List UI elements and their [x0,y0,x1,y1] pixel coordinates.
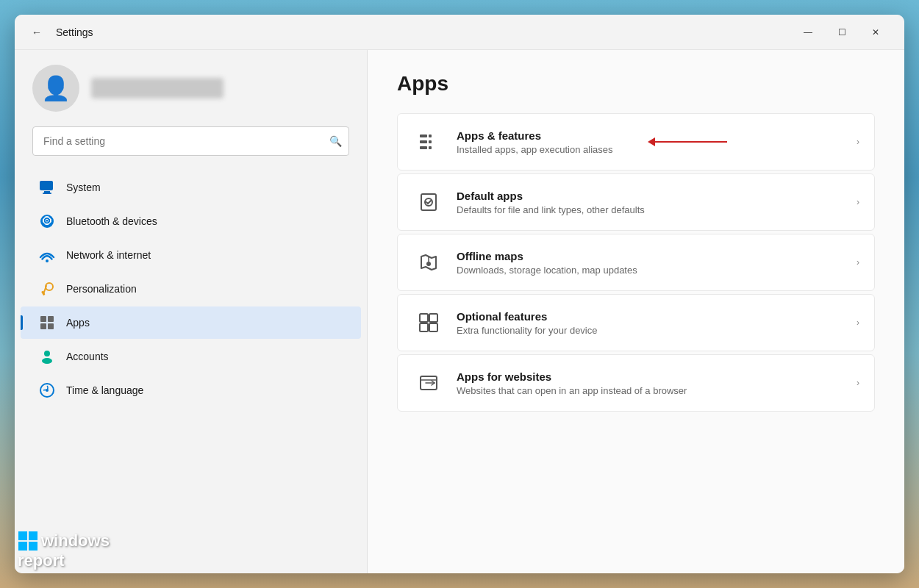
apps-websites-text: Apps for websites Websites that can open… [457,370,851,396]
svg-rect-30 [18,531,27,540]
content-area: 👤 🔍 Sy [15,50,904,573]
svg-rect-31 [29,531,37,540]
apps-websites-title: Apps for websites [457,370,851,383]
sidebar-item-time[interactable]: Time & language [21,374,361,406]
sidebar-item-system[interactable]: System [21,171,361,204]
default-apps-desc: Defaults for file and link types, other … [457,204,851,215]
setting-item-optional-features[interactable]: Optional features Extra functionality fo… [397,294,875,351]
page-title: Apps [397,72,875,96]
setting-item-apps-websites[interactable]: Apps for websites Websites that can open… [397,354,875,412]
offline-maps-icon [412,246,445,279]
sidebar-item-network[interactable]: Network & internet [21,239,361,271]
sidebar-item-personalization[interactable]: Personalization [21,273,361,305]
windows-logo-icon [18,531,38,551]
svg-point-12 [44,351,50,356]
svg-rect-1 [44,191,50,193]
optional-features-desc: Extra functionality for your device [457,325,851,336]
watermark: windows report [18,531,110,570]
svg-rect-18 [420,146,427,149]
annotation-arrow [648,137,727,146]
chevron-right-icon: › [857,378,859,388]
main-panel: Apps Apps & [368,50,904,573]
svg-rect-21 [429,146,432,149]
svg-point-24 [426,262,431,266]
avatar: 👤 [32,65,79,112]
sidebar: 👤 🔍 Sy [15,50,368,573]
svg-rect-19 [429,135,432,137]
svg-rect-16 [420,135,427,137]
nav-items: System ⭗ Bluetooth & devices [15,171,367,407]
time-icon [38,381,56,399]
setting-item-offline-maps[interactable]: Offline maps Downloads, storage location… [397,234,875,291]
settings-list: Apps & features Installed apps, app exec… [397,113,875,412]
sidebar-item-system-label: System [66,182,101,193]
optional-features-text: Optional features Extra functionality fo… [457,310,851,336]
chevron-right-icon: › [857,257,859,268]
titlebar: ← Settings — ☐ ✕ [15,15,904,50]
svg-rect-17 [420,140,427,143]
arrow-line [654,141,727,143]
default-apps-text: Default apps Defaults for file and link … [457,190,851,215]
search-box: 🔍 [32,126,349,156]
bluetooth-icon: ⭗ [38,212,56,230]
svg-rect-10 [40,323,46,329]
sidebar-item-personalization-label: Personalization [66,283,137,295]
svg-rect-27 [420,323,428,331]
setting-item-default-apps[interactable]: Default apps Defaults for file and link … [397,173,875,231]
sidebar-item-apps-label: Apps [66,317,90,329]
back-button[interactable]: ← [26,22,47,43]
sidebar-item-bluetooth-label: Bluetooth & devices [66,215,157,227]
svg-rect-33 [29,542,37,551]
apps-websites-desc: Websites that can open in an app instead… [457,385,851,396]
user-icon: 👤 [41,74,71,102]
svg-point-5 [46,259,49,262]
svg-rect-32 [18,542,27,551]
sidebar-item-accounts-label: Accounts [66,351,109,362]
system-icon [38,179,56,196]
search-icon-button[interactable]: 🔍 [329,135,342,147]
personalization-icon [38,280,56,298]
offline-maps-text: Offline maps Downloads, storage location… [457,250,851,276]
minimize-button[interactable]: — [791,21,825,44]
svg-point-13 [42,358,52,364]
search-input[interactable] [32,126,349,156]
sidebar-item-apps[interactable]: Apps [21,306,361,339]
apps-websites-icon [412,367,445,399]
username-blurred [91,78,224,98]
default-apps-title: Default apps [457,190,851,202]
svg-rect-11 [48,323,54,329]
network-icon [38,246,56,264]
offline-maps-desc: Downloads, storage location, map updates [457,265,851,276]
apps-icon [38,314,56,331]
svg-rect-25 [420,314,428,322]
close-button[interactable]: ✕ [859,21,893,44]
sidebar-item-bluetooth[interactable]: ⭗ Bluetooth & devices [21,205,361,237]
svg-rect-20 [429,140,432,143]
watermark-report: report [18,551,110,570]
window-controls: — ☐ ✕ [791,21,893,44]
chevron-right-icon: › [857,197,859,207]
settings-window: ← Settings — ☐ ✕ 👤 🔍 [15,15,904,573]
sidebar-item-accounts[interactable]: Accounts [21,340,361,373]
titlebar-left: ← Settings [26,22,791,43]
maximize-button[interactable]: ☐ [825,21,859,44]
svg-rect-26 [429,314,437,322]
user-profile: 👤 [15,65,367,126]
window-title: Settings [56,26,93,38]
watermark-brand: windows [41,532,110,550]
svg-rect-2 [43,193,51,194]
svg-rect-9 [48,316,54,322]
optional-features-title: Optional features [457,310,851,323]
optional-features-icon [412,306,445,339]
svg-rect-8 [40,316,46,322]
accounts-icon [38,348,56,365]
chevron-right-icon: › [857,318,859,328]
svg-rect-28 [429,323,437,331]
offline-maps-title: Offline maps [457,250,851,262]
sidebar-item-network-label: Network & internet [66,249,151,261]
chevron-right-icon: › [857,137,859,147]
apps-features-icon [412,126,445,158]
svg-text:⭗: ⭗ [42,215,52,227]
setting-item-apps-features[interactable]: Apps & features Installed apps, app exec… [397,113,875,171]
sidebar-item-time-label: Time & language [66,384,143,396]
